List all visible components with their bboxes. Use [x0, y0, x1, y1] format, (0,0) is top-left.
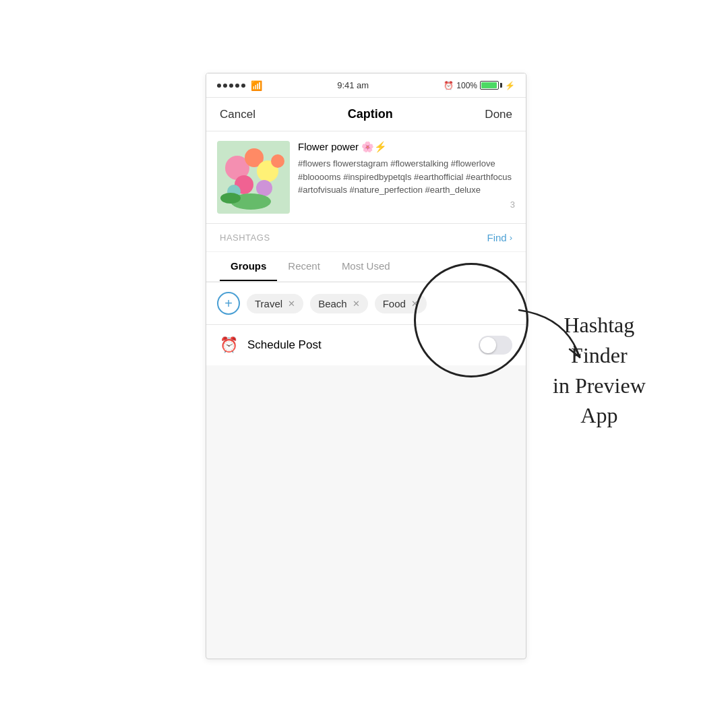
tag-name-food: Food	[383, 298, 406, 309]
tab-most-used[interactable]: Most Used	[331, 252, 401, 281]
tag-name-travel: Travel	[255, 298, 282, 309]
schedule-toggle[interactable]	[479, 336, 512, 355]
bottom-area	[206, 365, 526, 635]
hashtags-label: HASHTAGS	[220, 233, 270, 243]
phone-frame: 📶 9:41 am ⏰ 100% ⚡ Cancel Caption Done	[206, 73, 526, 659]
caption-hashtags: #flowers flowerstagram #flowerstalking #…	[298, 157, 515, 197]
annotation-text-label: HashtagFinderin PreviewApp	[553, 310, 646, 431]
caption-title: Flower power 🌸⚡	[298, 141, 515, 153]
find-button[interactable]: Find ›	[487, 232, 512, 243]
tag-groups: + Travel ✕ Beach ✕ Food ✕	[206, 282, 526, 325]
chevron-right-icon: ›	[510, 233, 512, 243]
tag-pill-food: Food ✕	[375, 294, 427, 313]
toggle-thumb	[480, 337, 496, 353]
alarm-icon: ⏰	[444, 81, 454, 90]
status-right: ⏰ 100% ⚡	[444, 81, 515, 90]
battery-icon	[480, 81, 502, 90]
tag-pill-travel: Travel ✕	[247, 294, 303, 313]
tab-recent[interactable]: Recent	[277, 252, 331, 281]
done-button[interactable]: Done	[485, 108, 512, 121]
char-count: 3	[298, 200, 515, 210]
battery-percent: 100%	[456, 81, 477, 90]
svg-point-5	[256, 180, 272, 196]
tag-close-beach[interactable]: ✕	[353, 299, 360, 309]
caption-area: Flower power 🌸⚡ #flowers flowerstagram #…	[206, 131, 526, 224]
tabs-row: Groups Recent Most Used	[206, 252, 526, 282]
status-bar: 📶 9:41 am ⏰ 100% ⚡	[206, 73, 526, 98]
wifi-icon: 📶	[251, 80, 262, 91]
caption-image	[217, 141, 290, 214]
cancel-button[interactable]: Cancel	[220, 108, 255, 121]
hashtags-header: HASHTAGS Find ›	[206, 224, 526, 252]
status-left: 📶	[217, 80, 262, 91]
schedule-row: ⏰ Schedule Post	[206, 325, 526, 365]
caption-text-area[interactable]: Flower power 🌸⚡ #flowers flowerstagram #…	[298, 141, 515, 214]
tab-groups[interactable]: Groups	[220, 252, 277, 281]
status-time: 9:41 am	[337, 80, 369, 90]
tag-close-food[interactable]: ✕	[411, 299, 419, 309]
tag-close-travel[interactable]: ✕	[288, 299, 295, 309]
schedule-left: ⏰ Schedule Post	[220, 336, 322, 354]
svg-point-7	[271, 154, 284, 168]
nav-title: Caption	[348, 107, 393, 121]
signal-icon	[217, 84, 245, 88]
add-group-button[interactable]: +	[217, 292, 240, 315]
schedule-label: Schedule Post	[247, 338, 322, 352]
clock-icon: ⏰	[220, 336, 238, 354]
tag-name-beach: Beach	[318, 298, 347, 309]
charging-icon: ⚡	[505, 81, 515, 90]
tag-pill-beach: Beach ✕	[310, 294, 368, 313]
svg-point-9	[220, 193, 241, 204]
hashtags-section: HASHTAGS Find › Groups Recent Most Used	[206, 224, 526, 282]
nav-bar: Cancel Caption Done	[206, 98, 526, 131]
